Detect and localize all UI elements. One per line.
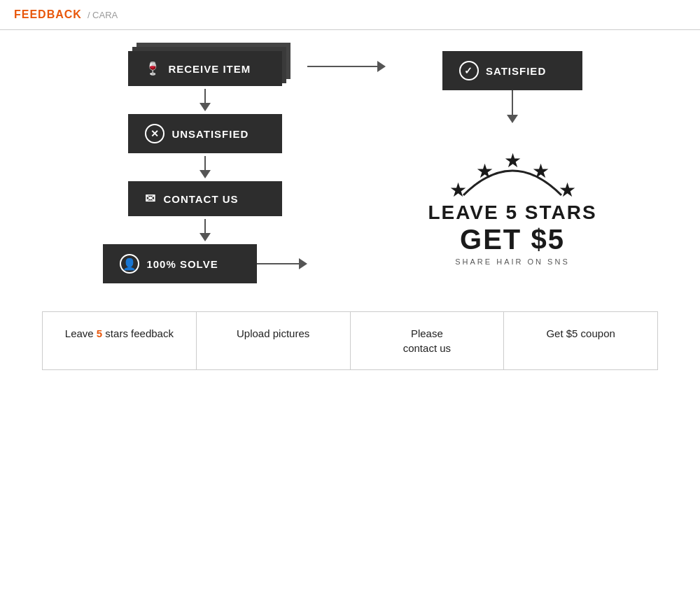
solve-row: 👤 100% SOLVE (103, 244, 307, 283)
v-line-3 (204, 219, 206, 233)
reward-share-sns: SHARE HAIR ON SNS (455, 257, 569, 266)
solve-box: 👤 100% SOLVE (103, 244, 257, 283)
satisfied-box: ✓ SATISFIED (442, 51, 582, 90)
x-circle-icon: ✕ (145, 124, 164, 143)
receive-item-box: 🍷 RECEIVE ITEM (128, 51, 282, 86)
page-header: FEEDBACK / CARA (0, 0, 700, 30)
h-tip-1 (377, 61, 386, 72)
receive-item-label: RECEIVE ITEM (168, 63, 251, 75)
right-flow-column: ✓ SATISFIED ★ ★ (428, 51, 596, 266)
left-flow-column: 🍷 RECEIVE ITEM ✕ UNSATISFIED ✉ (103, 51, 307, 283)
contact-us-box: ✉ CONTACT US (128, 181, 282, 216)
check-circle-icon: ✓ (459, 61, 479, 80)
v-arrow-tip-1 (200, 103, 211, 111)
v-arrow-tip-2 (200, 170, 211, 178)
h-arrow-line-2 (257, 263, 299, 264)
svg-text:★: ★ (531, 160, 549, 182)
main-content: 🍷 RECEIVE ITEM ✕ UNSATISFIED ✉ (0, 30, 700, 391)
svg-text:★: ★ (449, 179, 466, 201)
reward-leave-5-stars: LEAVE 5 STARS GET $5 (428, 202, 596, 255)
h-arrow-tip-2 (299, 258, 307, 269)
feedback-post: stars feedback (102, 327, 174, 339)
bottom-item-feedback: Leave 5 stars feedback (42, 312, 197, 369)
flow-diagram: 🍷 RECEIVE ITEM ✕ UNSATISFIED ✉ (42, 51, 658, 283)
h-line-1 (307, 66, 377, 67)
v-arrow-tip-3 (200, 233, 211, 241)
contact-line1: Pleasecontact us (403, 327, 451, 354)
v-line-2 (204, 156, 206, 170)
unsatisfied-box: ✕ UNSATISFIED (128, 114, 282, 153)
v-line-right (512, 90, 513, 115)
bottom-info-bar: Leave 5 stars feedback Upload pictures P… (42, 311, 658, 370)
feedback-pre: Leave (65, 327, 97, 339)
reward-get-5: GET $5 (428, 224, 596, 255)
receive-to-satisfied-arrow (307, 61, 386, 72)
middle-connector (307, 61, 386, 72)
bottom-item-coupon: Get $5 coupon (504, 312, 658, 369)
stars-arc-svg: ★ ★ ★ ★ ★ (442, 139, 582, 202)
v-arrow-tip-right (507, 115, 518, 123)
arrow-down-1 (200, 86, 211, 114)
svg-text:★: ★ (503, 150, 521, 171)
person-icon: 👤 (120, 254, 139, 274)
solve-label: 100% SOLVE (146, 258, 218, 270)
envelope-icon: ✉ (145, 191, 156, 206)
page-title: FEEDBACK (14, 8, 82, 21)
unsatisfied-label: UNSATISFIED (172, 128, 248, 140)
arrow-down-2 (200, 153, 211, 181)
arrow-down-3 (200, 216, 211, 244)
page-subtitle: / CARA (88, 10, 118, 20)
feedback-highlight: 5 (97, 327, 102, 339)
satisfied-label: SATISFIED (486, 65, 546, 77)
bottom-item-contact: Pleasecontact us (351, 312, 505, 369)
bottom-item-upload: Upload pictures (197, 312, 351, 369)
receive-item-wrapper: 🍷 RECEIVE ITEM (128, 51, 282, 86)
reward-section: ★ ★ ★ ★ ★ LEAVE 5 STARS GET $5 SHARE HAI… (428, 139, 596, 266)
svg-text:★: ★ (475, 160, 493, 182)
goblet-icon: 🍷 (145, 61, 161, 76)
v-line-1 (204, 89, 206, 103)
satisfied-arrow-down (507, 90, 518, 132)
solve-arrow-right (257, 258, 307, 269)
svg-text:★: ★ (558, 179, 575, 201)
contact-us-label: CONTACT US (163, 193, 238, 205)
